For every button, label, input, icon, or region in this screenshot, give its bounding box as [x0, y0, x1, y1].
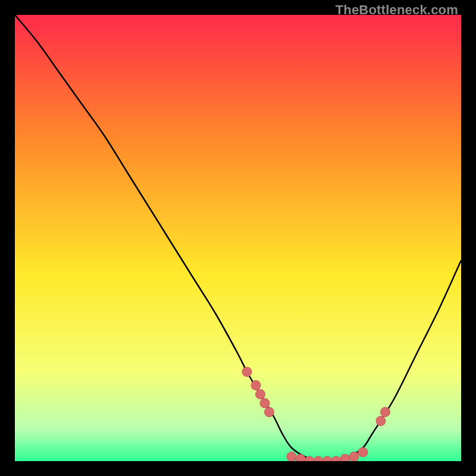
curve-marker: [242, 367, 252, 377]
curve-marker: [251, 381, 261, 390]
curve-marker: [296, 454, 305, 461]
chart-frame: [15, 15, 461, 461]
curve-marker: [256, 390, 265, 399]
curve-marker: [358, 447, 368, 457]
gradient-background: [15, 15, 461, 461]
curve-marker: [381, 408, 390, 417]
curve-marker: [287, 452, 296, 462]
curve-marker: [265, 408, 274, 417]
curve-marker: [340, 454, 350, 461]
watermark-label: TheBottleneck.com: [336, 2, 458, 18]
curve-marker: [376, 416, 386, 426]
curve-marker: [260, 399, 270, 408]
curve-marker: [349, 452, 359, 462]
bottleneck-plot: [15, 15, 461, 461]
